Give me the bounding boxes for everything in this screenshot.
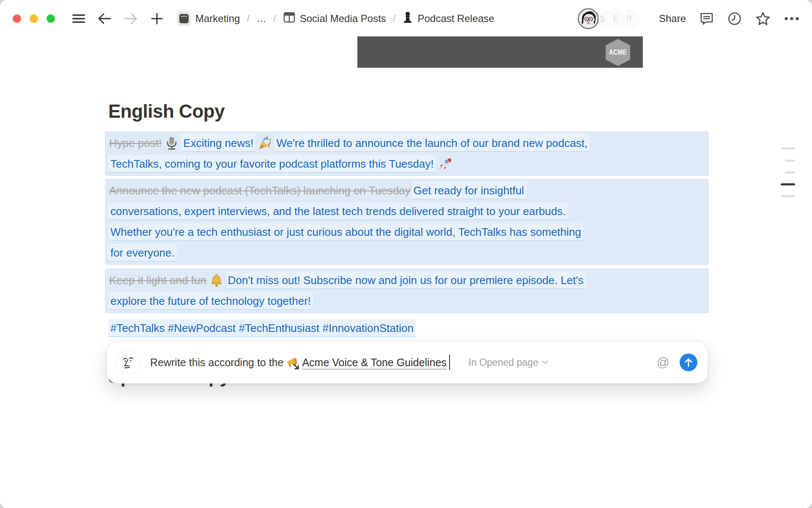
- text-line: Announce the new podcast (TechTalks) lau…: [105, 180, 709, 201]
- megaphone-link-emoji: [285, 355, 300, 370]
- favorite-star-icon[interactable]: [755, 11, 771, 26]
- minimize-window-button[interactable]: [30, 14, 38, 23]
- microphone-emoji: [165, 136, 179, 150]
- deleted-text: Hype post!: [108, 137, 162, 149]
- breadcrumb-label: Social Media Posts: [300, 13, 386, 25]
- deleted-text: Announce the new podcast (TechTalks) lau…: [108, 184, 411, 197]
- inserted-text: Exciting news!: [181, 134, 255, 152]
- ai-prompt-bar[interactable]: Rewrite this according to the Acme Voice…: [107, 341, 708, 384]
- inserted-text: explore the future of technology togethe…: [108, 292, 313, 310]
- breadcrumb-item-ellipsis[interactable]: …: [253, 11, 270, 26]
- breadcrumb-ellipsis-label: …: [256, 13, 266, 25]
- inserted-text: Whether you're a tech enthusiast or just…: [108, 223, 583, 241]
- chess-pawn-icon: [402, 11, 413, 27]
- text-line: Whether you're a tech enthusiast or just…: [105, 222, 709, 243]
- acme-guidelines-page-link[interactable]: Acme Voice & Tone Guidelines: [302, 356, 446, 369]
- party-popper-emoji: [258, 136, 272, 150]
- more-options-icon[interactable]: [784, 17, 799, 21]
- text-line: Hype post!Exciting news!We're thrilled t…: [105, 133, 709, 154]
- avatar-letter: R: [626, 14, 632, 24]
- send-prompt-button[interactable]: [680, 353, 697, 371]
- text-line: TechTalks, coming to your favorite podca…: [105, 154, 709, 174]
- hashtags-block[interactable]: #TechTalks #NewPodcast #TechEnthusiast #…: [105, 318, 709, 339]
- chevron-down-icon: [542, 360, 549, 364]
- toc-line-active[interactable]: [781, 183, 795, 185]
- text-line: Keep it light and funDon't miss out! Sub…: [105, 270, 709, 291]
- avatar-letter: S: [599, 14, 604, 24]
- topbar: Marketing / … / Social Media Posts / Pod…: [0, 0, 812, 37]
- breadcrumb-item-social-media-posts[interactable]: Social Media Posts: [280, 9, 390, 28]
- breadcrumb-label: Podcast Release: [417, 13, 494, 25]
- topbar-right: S E R Share: [578, 8, 799, 29]
- text-caret: [449, 355, 450, 370]
- page-content: ACME Spanish Copy English Copy Hype post…: [0, 37, 812, 508]
- inserted-text: for everyone.: [108, 244, 177, 262]
- text-line: for everyone.: [105, 243, 709, 263]
- bell-emoji: [209, 273, 224, 287]
- ai-prompt-input[interactable]: Rewrite this according to the Acme Voice…: [150, 355, 450, 370]
- ai-scope-selector[interactable]: In Opened page: [469, 357, 549, 368]
- mention-at-button[interactable]: @: [657, 355, 669, 370]
- breadcrumb: Marketing / … / Social Media Posts / Pod…: [173, 9, 498, 28]
- text-block-3[interactable]: Keep it light and funDon't miss out! Sub…: [105, 268, 709, 313]
- comments-icon[interactable]: [700, 11, 714, 26]
- prompt-text: Rewrite this according to the: [150, 356, 283, 369]
- back-arrow-icon[interactable]: [97, 12, 112, 25]
- board-icon: [283, 11, 296, 26]
- toc-line[interactable]: [785, 160, 795, 162]
- avatar-letter: E: [612, 14, 618, 24]
- zoom-window-button[interactable]: [47, 14, 55, 23]
- avatar-current-user[interactable]: [578, 8, 599, 29]
- text-block-1[interactable]: Hype post!Exciting news!We're thrilled t…: [105, 131, 709, 176]
- forward-arrow-icon[interactable]: [123, 12, 138, 25]
- inserted-text: TechTalks, coming to your favorite podca…: [108, 155, 436, 173]
- breadcrumb-item-marketing[interactable]: Marketing: [173, 10, 243, 28]
- traffic-lights: [13, 14, 55, 23]
- text-line: conversations, expert interviews, and th…: [105, 201, 709, 222]
- new-page-plus-icon[interactable]: [151, 12, 163, 25]
- inserted-text: We're thrilled to announce the launch of…: [274, 134, 590, 152]
- collaborator-avatars: S E R: [578, 8, 639, 29]
- history-clock-icon[interactable]: [727, 11, 742, 26]
- toc-line[interactable]: [782, 147, 795, 149]
- deleted-text: Keep it light and fun: [108, 274, 207, 287]
- inserted-text: conversations, expert interviews, and th…: [108, 202, 568, 220]
- toc-line[interactable]: [785, 171, 795, 174]
- notion-ai-face-icon: [116, 351, 140, 374]
- inserted-text: Don't miss out! Subscribe now and join u…: [226, 271, 586, 289]
- share-button[interactable]: Share: [655, 10, 690, 27]
- breadcrumb-separator: /: [391, 13, 398, 25]
- ai-bar-actions: @: [657, 353, 697, 371]
- acme-logo-badge: ACME: [606, 39, 630, 66]
- acme-logo-text: ACME: [609, 48, 627, 57]
- text-line: explore the future of technology togethe…: [105, 291, 709, 312]
- page-cover-image[interactable]: ACME: [357, 36, 643, 68]
- text-line: #TechTalks #NewPodcast #TechEnthusiast #…: [105, 318, 709, 339]
- sidebar-toggle-icon[interactable]: [72, 13, 85, 24]
- text-block-2[interactable]: Announce the new podcast (TechTalks) lau…: [105, 179, 709, 265]
- rocket-emoji: [438, 157, 452, 171]
- topbar-action-icons: [700, 11, 799, 26]
- breadcrumb-item-podcast-release[interactable]: Podcast Release: [399, 9, 497, 28]
- close-window-button[interactable]: [13, 14, 21, 23]
- breadcrumb-separator: /: [272, 13, 278, 25]
- toc-line[interactable]: [781, 195, 795, 197]
- english-copy-heading[interactable]: English Copy: [108, 101, 225, 122]
- up-arrow-icon: [684, 358, 693, 367]
- inserted-text: Get ready for insightful: [411, 182, 527, 199]
- teamspace-icon: [177, 11, 191, 26]
- breadcrumb-label: Marketing: [195, 13, 240, 25]
- scope-label: In Opened page: [469, 357, 538, 368]
- app-window: Marketing / … / Social Media Posts / Pod…: [0, 0, 812, 508]
- breadcrumb-separator: /: [245, 13, 251, 25]
- inserted-text: #TechTalks #NewPodcast #TechEnthusiast #…: [108, 319, 416, 337]
